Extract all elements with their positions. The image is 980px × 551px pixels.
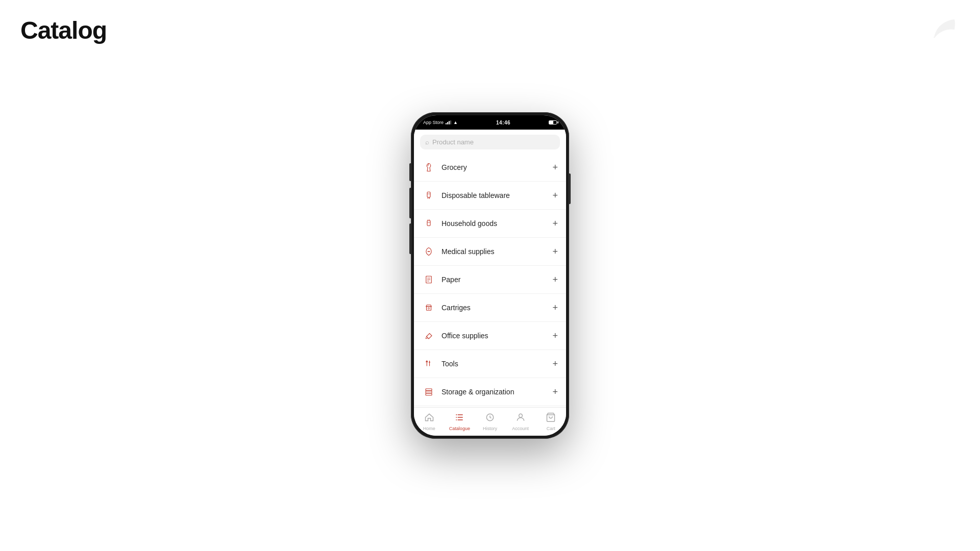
search-icon: ⌕ [425, 138, 429, 146]
disposable-tableware-icon [422, 189, 435, 202]
phone-mockup: App Store ▲ 14:46 ⌕ [411, 112, 569, 439]
nav-label-history: History [483, 426, 497, 431]
svg-point-4 [428, 308, 430, 309]
category-expand-cartriges[interactable]: + [552, 303, 558, 312]
status-time: 14:46 [496, 120, 510, 126]
category-item-cartriges[interactable]: Cartriges+ [414, 294, 566, 322]
search-bar[interactable]: ⌕ Product name [420, 135, 560, 149]
category-expand-medical-supplies[interactable]: + [552, 247, 558, 256]
wifi-icon: ▲ [453, 120, 458, 125]
svg-rect-3 [427, 307, 431, 311]
category-item-medical-supplies[interactable]: Medical supplies+ [414, 238, 566, 266]
category-list: Grocery+Disposable tableware+Household g… [414, 154, 566, 407]
category-label-office-supplies: Office supplies [442, 332, 552, 340]
nav-label-account: Account [512, 426, 529, 431]
category-label-storage-organization: Storage & organization [442, 388, 552, 396]
category-expand-tools[interactable]: + [552, 359, 558, 368]
nav-label-home: Home [423, 426, 435, 431]
category-item-disposable-tableware[interactable]: Disposable tableware+ [414, 182, 566, 210]
category-item-grocery[interactable]: Grocery+ [414, 154, 566, 182]
category-label-grocery: Grocery [442, 163, 552, 171]
tools-icon [422, 357, 435, 370]
svg-rect-1 [427, 220, 430, 226]
category-expand-disposable-tableware[interactable]: + [552, 191, 558, 200]
storage-organization-icon [422, 385, 435, 398]
office-supplies-icon [422, 329, 435, 342]
cartriges-icon [422, 301, 435, 314]
household-goods-icon [422, 217, 435, 230]
category-label-tools: Tools [442, 360, 552, 368]
search-bar-wrapper: ⌕ Product name [414, 130, 566, 154]
category-expand-office-supplies[interactable]: + [552, 331, 558, 340]
category-item-storage-organization[interactable]: Storage & organization+ [414, 378, 566, 406]
category-label-paper: Paper [442, 276, 552, 284]
category-label-medical-supplies: Medical supplies [442, 247, 552, 256]
status-bar: App Store ▲ 14:46 [414, 115, 566, 130]
svg-rect-6 [426, 391, 432, 393]
category-item-tools[interactable]: Tools+ [414, 350, 566, 378]
nav-label-cart: Cart [547, 426, 555, 431]
category-label-cartriges: Cartriges [442, 304, 552, 312]
nav-label-catalogue: Catalogue [449, 426, 470, 431]
nav-icon-home [424, 412, 434, 425]
svg-rect-5 [426, 389, 432, 391]
grocery-icon [422, 161, 435, 174]
category-item-paper[interactable]: Paper+ [414, 266, 566, 294]
paper-icon [422, 273, 435, 286]
search-placeholder: Product name [432, 138, 474, 146]
nav-icon-account [516, 412, 526, 425]
category-expand-grocery[interactable]: + [552, 163, 558, 172]
brand-logo [927, 12, 960, 45]
category-label-household-goods: Household goods [442, 219, 552, 228]
category-expand-paper[interactable]: + [552, 275, 558, 284]
nav-icon-history [485, 412, 495, 425]
category-expand-storage-organization[interactable]: + [552, 387, 558, 396]
nav-item-catalogue[interactable]: Catalogue [445, 408, 475, 436]
page-title: Catalog [20, 16, 107, 44]
category-item-household-goods[interactable]: Household goods+ [414, 210, 566, 238]
nav-icon-cart [546, 412, 556, 425]
nav-item-account[interactable]: Account [505, 408, 536, 436]
category-expand-household-goods[interactable]: + [552, 219, 558, 228]
signal-icon [446, 120, 451, 124]
svg-point-9 [519, 414, 522, 417]
bottom-nav: HomeCatalogueHistoryAccountCart [414, 407, 566, 436]
nav-item-home[interactable]: Home [414, 408, 445, 436]
medical-supplies-icon [422, 245, 435, 258]
svg-rect-0 [427, 192, 430, 197]
svg-rect-7 [426, 393, 432, 395]
nav-item-history[interactable]: History [475, 408, 505, 436]
category-label-disposable-tableware: Disposable tableware [442, 191, 552, 199]
battery-icon [549, 120, 557, 124]
nav-item-cart[interactable]: Cart [535, 408, 566, 436]
carrier-label: App Store [423, 120, 444, 125]
nav-icon-catalogue [454, 412, 464, 425]
category-item-office-supplies[interactable]: Office supplies+ [414, 322, 566, 350]
